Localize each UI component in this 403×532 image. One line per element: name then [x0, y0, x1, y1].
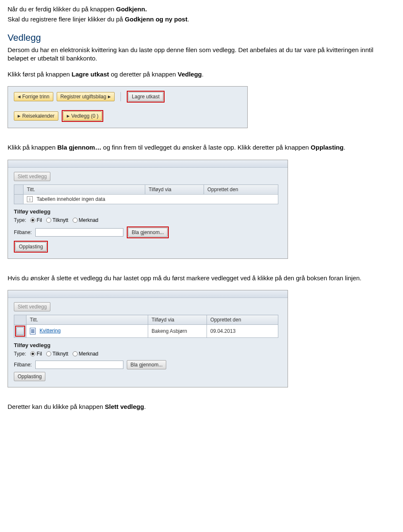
text: og finn frem til vedlegget du ønsker å l…	[103, 144, 311, 151]
highlight-browse: Bla gjennom...	[127, 226, 169, 238]
delete-attachment-button[interactable]: Slett vedlegg	[14, 302, 50, 311]
radio-tilknytt[interactable]: Tilknytt	[46, 351, 68, 357]
delete-attachment-button[interactable]: Slett vedlegg	[14, 172, 50, 181]
browse-button[interactable]: Bla gjennom...	[127, 360, 167, 369]
radio-merknad[interactable]: Merknad	[73, 217, 99, 223]
text-bold: Slett vedlegg	[105, 403, 144, 410]
button-label: Vedlegg (0 )	[71, 113, 99, 119]
travel-calendar-button[interactable]: ▶ Reisekalender	[14, 111, 58, 121]
button-label: Slett vedlegg	[18, 174, 47, 179]
radio-icon	[46, 351, 51, 356]
divider	[120, 92, 121, 101]
text: Skal du registrere flere linjer klikker …	[8, 16, 125, 23]
button-label: Bla gjennom...	[132, 229, 164, 235]
button-label: Opplasting	[19, 244, 43, 250]
col-header-added-via: Tilføyd via	[148, 315, 207, 325]
text: Hvis du ønsker å slette et vedlegg du ha…	[8, 274, 395, 282]
row-selector-header	[14, 184, 24, 194]
screenshot-attachments-with-row: Slett vedlegg Titt. Tilføyd via Opprette…	[8, 290, 288, 387]
cell-created: 09.04.2013	[207, 325, 278, 338]
file-icon	[30, 328, 36, 334]
prev-step-button[interactable]: ◀ Forrige trinn	[14, 92, 53, 101]
save-draft-button[interactable]: Lagre utkast	[128, 92, 163, 101]
attachments-table: Titt. Tilføyd via Opprettet den i Tabell…	[14, 184, 278, 205]
button-label: Opplasting	[18, 374, 42, 379]
intro-paragraph: Når du er ferdig klikker du på knappen G…	[8, 5, 395, 24]
button-label: Bla gjennom...	[131, 362, 163, 368]
text-bold: Godkjenn og ny post	[125, 16, 187, 23]
chevron-right-icon: ▶	[18, 114, 21, 118]
text-bold: Opplasting	[311, 144, 343, 151]
cell-added-via: Bakeng Asbjørn	[148, 325, 207, 338]
text-bold: Bla gjennom…	[57, 144, 101, 151]
chevron-right-icon: ▶	[108, 95, 111, 99]
highlight-upload: Opplasting	[14, 241, 48, 253]
type-label: Type:	[14, 217, 26, 223]
col-header-added-via: Tilføyd via	[145, 184, 204, 194]
filepath-input[interactable]	[35, 228, 123, 237]
button-label: Registrer utgiftsbilag	[60, 94, 106, 100]
screenshot-toolbar: ◀ Forrige trinn Registrer utgiftsbilag ▶…	[8, 86, 248, 128]
button-label: Forrige trinn	[22, 94, 50, 100]
row-selector-box[interactable]	[16, 327, 24, 335]
text: og deretter på knappen	[111, 71, 178, 78]
radio-icon	[30, 218, 35, 223]
text: .	[202, 71, 204, 78]
row-selector-header	[14, 315, 26, 325]
text: Klikk først på knappen	[8, 71, 72, 78]
text-bold: Vedlegg	[178, 71, 202, 78]
radio-merknad[interactable]: Merknad	[73, 351, 99, 357]
attachment-link[interactable]: Kvittering	[39, 328, 60, 334]
radio-icon	[73, 218, 78, 223]
col-header-title: Titt.	[24, 184, 145, 194]
attachments-table: Titt. Tilføyd via Opprettet den Kvitteri…	[14, 315, 278, 338]
radio-tilknytt[interactable]: Tilknytt	[46, 217, 68, 223]
text: Når du er ferdig klikker du på knappen	[8, 5, 116, 13]
highlight-vedlegg: ▶ Vedlegg (0 )	[62, 110, 104, 122]
text: .	[343, 144, 345, 151]
add-attachment-heading: Tilføy vedlegg	[14, 342, 282, 348]
chevron-left-icon: ◀	[18, 95, 21, 99]
col-header-created: Opprettet den	[204, 184, 278, 194]
text: Dersom du har en elektronisk kvittering …	[8, 46, 395, 63]
text: .	[187, 16, 189, 23]
table-row: i Tabellen inneholder ingen data	[14, 194, 278, 204]
button-label: Lagre utkast	[132, 94, 160, 100]
radio-icon	[30, 351, 35, 356]
button-label: Slett vedlegg	[18, 304, 47, 310]
browse-button[interactable]: Bla gjennom...	[128, 228, 168, 237]
highlight-lagre-utkast: Lagre utkast	[127, 91, 165, 103]
text: .	[144, 403, 146, 410]
radio-label: Tilknytt	[52, 351, 68, 357]
upload-button[interactable]: Opplasting	[15, 242, 47, 251]
text: Klikk på knappen	[8, 144, 57, 151]
upload-button[interactable]: Opplasting	[14, 372, 45, 381]
screenshot-attachments-empty: Slett vedlegg Titt. Tilføyd via Opprette…	[8, 160, 288, 259]
radio-label: Fil	[37, 351, 42, 357]
type-label: Type:	[14, 351, 26, 357]
text-bold: Godkjenn.	[116, 5, 147, 13]
text: Deretter kan du klikke på knappen	[8, 403, 105, 410]
section-heading-vedlegg: Vedlegg	[8, 32, 395, 43]
attachments-button[interactable]: ▶ Vedlegg (0 )	[63, 111, 102, 121]
col-header-title: Titt.	[26, 315, 148, 325]
filepath-input[interactable]	[35, 361, 123, 369]
radio-label: Fil	[37, 217, 42, 223]
info-icon: i	[27, 196, 33, 202]
filepath-label: Filbane:	[14, 229, 32, 235]
radio-fil[interactable]: Fil	[30, 217, 42, 223]
radio-icon	[46, 218, 51, 223]
radio-label: Tilknytt	[52, 217, 68, 223]
radio-fil[interactable]: Fil	[30, 351, 42, 357]
row-selector[interactable]	[14, 325, 26, 338]
table-row[interactable]: Kvittering Bakeng Asbjørn 09.04.2013	[14, 325, 278, 338]
register-expense-button[interactable]: Registrer utgiftsbilag ▶	[57, 92, 115, 101]
row-selector[interactable]	[14, 194, 24, 204]
button-label: Reisekalender	[22, 113, 55, 119]
filepath-label: Filbane:	[14, 362, 32, 368]
radio-icon	[73, 351, 78, 356]
add-attachment-heading: Tilføy vedlegg	[14, 208, 282, 215]
text-bold: Lagre utkast	[72, 71, 109, 78]
chevron-right-icon: ▶	[67, 114, 70, 118]
radio-label: Merknad	[79, 217, 99, 223]
